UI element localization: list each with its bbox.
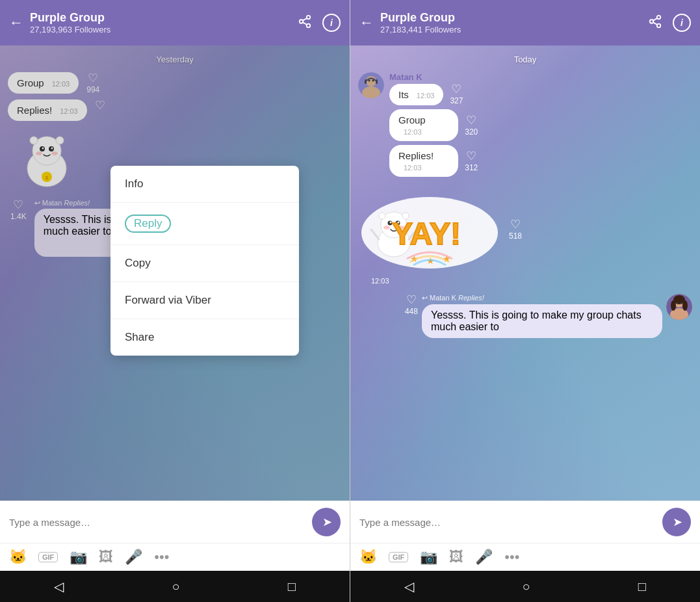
svg-text:YAY!: YAY! [392,216,461,251]
right-like-count-1: 327 [450,96,463,105]
right-followers: 27,183,441 Followers [380,25,642,34]
context-info-item[interactable]: Info [110,166,299,203]
left-gallery-button[interactable]: 🖼 [99,549,113,566]
right-main-text: Yessss. This is going to make my group c… [431,309,642,332]
right-bubble-its-text: Its [398,89,409,100]
right-nav-home[interactable]: ○ [522,579,530,594]
context-share-item[interactable]: Share [110,319,299,356]
right-main-heart: ♡ [406,294,417,306]
left-mic-button[interactable]: 🎤 [125,549,142,566]
left-message-input[interactable] [9,517,305,528]
context-forward-item[interactable]: Forward via Viber [110,282,299,319]
left-nav-back[interactable]: ◁ [54,579,64,594]
right-main-msg-row: ♡ 448 ↩ Matan K Replies! Yessss. This is… [358,294,692,338]
left-group-name: Purple Group [30,11,291,25]
svg-line-21 [653,18,657,20]
right-main-like-col: ♡ 448 [405,294,418,316]
right-replies-row: Replies! 12:03 ♡ 312 [389,145,488,177]
left-share-icon[interactable] [298,14,312,32]
right-bubble-group[interactable]: Group 12:03 [389,109,458,141]
left-phone-panel: ← Purple Group 27,193,963 Followers i Ye… [0,0,350,602]
right-nav-square[interactable]: □ [638,579,646,594]
left-header-icons: i [298,14,341,32]
left-more-button[interactable]: ••• [154,549,169,566]
svg-point-36 [383,226,390,229]
right-like-col-2: ♡ 320 [465,114,478,137]
right-header-icons: i [648,14,691,32]
svg-point-34 [390,222,392,224]
left-nav-home[interactable]: ○ [172,579,179,594]
right-camera-button[interactable]: 📷 [420,549,437,566]
svg-point-50 [671,300,676,311]
svg-point-18 [650,20,654,23]
svg-point-23 [366,76,376,86]
context-info-label: Info [125,177,143,190]
svg-point-52 [677,302,679,304]
right-main-bubble[interactable]: Yessss. This is going to make my group c… [422,304,662,338]
right-group-row: Group 12:03 ♡ 320 [389,109,488,141]
right-yay-sticker: YAY! ★ ★ ★ [358,187,501,272]
left-nav-square[interactable]: □ [288,579,296,594]
svg-line-20 [653,22,657,25]
right-reply-ref-name: Matan K [430,294,456,302]
right-bubble-its-time: 12:03 [417,92,435,99]
left-send-button[interactable]: ➤ [312,508,341,536]
context-copy-label: Copy [125,257,151,269]
right-toolbar: 🐱 GIF 📷 🖼 🎤 ••• [350,543,700,571]
right-main-like-count: 448 [405,307,418,316]
right-avatar-matan [358,72,384,98]
right-mic-button[interactable]: 🎤 [475,549,493,566]
left-chat-area: Yesterday Group 12:03 ♡ 994 R [0,46,350,501]
right-share-icon[interactable] [648,14,662,32]
right-sticker-button[interactable]: 🐱 [359,549,377,566]
right-like-count-3: 312 [465,163,478,172]
svg-point-38 [379,213,385,219]
right-title-block: Purple Group 27,183,441 Followers [380,11,642,34]
right-yay-heart: ♡ [510,218,521,230]
context-reply-label: Reply [125,215,171,233]
right-more-button[interactable]: ••• [504,549,519,566]
left-input-bar: ➤ [0,501,350,543]
right-gallery-button[interactable]: 🖼 [449,549,463,566]
svg-point-26 [372,80,374,82]
context-reply-item[interactable]: Reply [110,203,299,245]
left-camera-button[interactable]: 📷 [70,549,87,566]
right-bubble-replies[interactable]: Replies! 12:03 [389,145,458,177]
context-overlay[interactable]: Info Reply Copy Forward via Viber Share [0,46,350,501]
right-phone-panel: ← Purple Group 27,183,441 Followers i To… [350,0,700,602]
left-title-block: Purple Group 27,193,963 Followers [30,11,291,34]
right-like-col-1: ♡ 327 [450,83,463,105]
right-gif-button[interactable]: GIF [389,552,408,562]
left-send-icon: ➤ [322,515,332,529]
right-bubble-group-text: Group [398,114,426,125]
right-header: ← Purple Group 27,183,441 Followers i [350,0,700,46]
right-send-icon: ➤ [673,515,682,529]
left-gif-button[interactable]: GIF [38,552,58,562]
svg-line-3 [303,22,307,25]
right-bubble-its[interactable]: Its 12:03 [389,84,443,105]
right-info-icon[interactable]: i [673,14,691,32]
svg-point-0 [307,15,311,19]
right-send-button[interactable]: ➤ [662,508,691,536]
svg-point-25 [369,80,370,82]
right-sticker-time: 12:03 [371,277,389,285]
right-nav-bar: ◁ ○ □ [350,571,700,602]
right-avatar-girl [666,294,692,320]
right-nav-back[interactable]: ◁ [404,579,414,594]
right-heart-3: ♡ [466,150,476,162]
right-message-input[interactable] [359,517,656,528]
context-copy-item[interactable]: Copy [110,245,299,282]
svg-point-19 [657,23,661,27]
right-yay-like-col: ♡ 518 [509,218,522,241]
right-chat-content: Today [350,46,700,501]
left-back-button[interactable]: ← [9,14,23,31]
right-chat-area: Today [350,46,700,501]
right-like-col-3: ♡ 312 [465,150,478,172]
right-matan-msg: Matan K Its 12:03 ♡ 327 [389,72,488,105]
left-nav-bar: ◁ ○ □ [0,571,350,602]
left-sticker-button[interactable]: 🐱 [9,549,27,566]
left-info-icon[interactable]: i [322,14,341,32]
right-back-button[interactable]: ← [359,14,374,31]
svg-point-1 [300,20,304,23]
svg-point-53 [681,302,682,304]
